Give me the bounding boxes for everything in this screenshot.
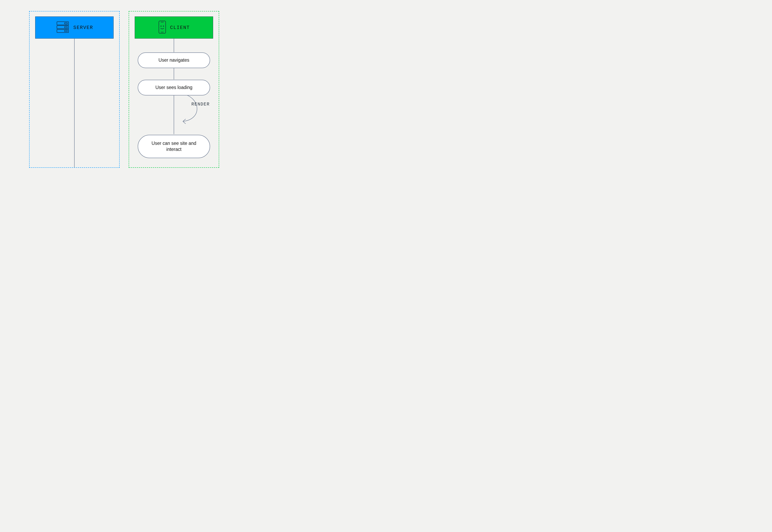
svg-point-10 xyxy=(163,26,164,27)
svg-rect-5 xyxy=(65,30,67,32)
svg-rect-0 xyxy=(57,22,69,25)
svg-point-9 xyxy=(161,26,161,27)
client-step-navigates: User navigates xyxy=(138,52,210,68)
svg-rect-2 xyxy=(57,29,69,33)
render-transition-label: RENDER xyxy=(191,102,210,107)
client-header: CLIENT xyxy=(135,16,213,39)
server-header: SERVER xyxy=(35,16,114,39)
svg-rect-7 xyxy=(159,21,166,33)
server-icon xyxy=(56,21,70,34)
svg-rect-1 xyxy=(57,26,69,29)
server-label: SERVER xyxy=(73,25,93,30)
phone-smile-icon xyxy=(158,20,166,35)
client-step-label: User navigates xyxy=(158,57,189,63)
client-step-label: User can see site and interact xyxy=(146,140,202,152)
client-label: CLIENT xyxy=(170,25,190,30)
client-step-label: User sees loading xyxy=(155,85,192,91)
server-panel: SERVER xyxy=(29,11,120,168)
svg-rect-3 xyxy=(65,23,67,24)
client-panel: CLIENT User navigates User sees loading … xyxy=(129,11,219,168)
svg-rect-4 xyxy=(65,27,67,28)
client-step-loading: User sees loading xyxy=(138,80,210,95)
client-step-interact: User can see site and interact xyxy=(138,135,210,158)
